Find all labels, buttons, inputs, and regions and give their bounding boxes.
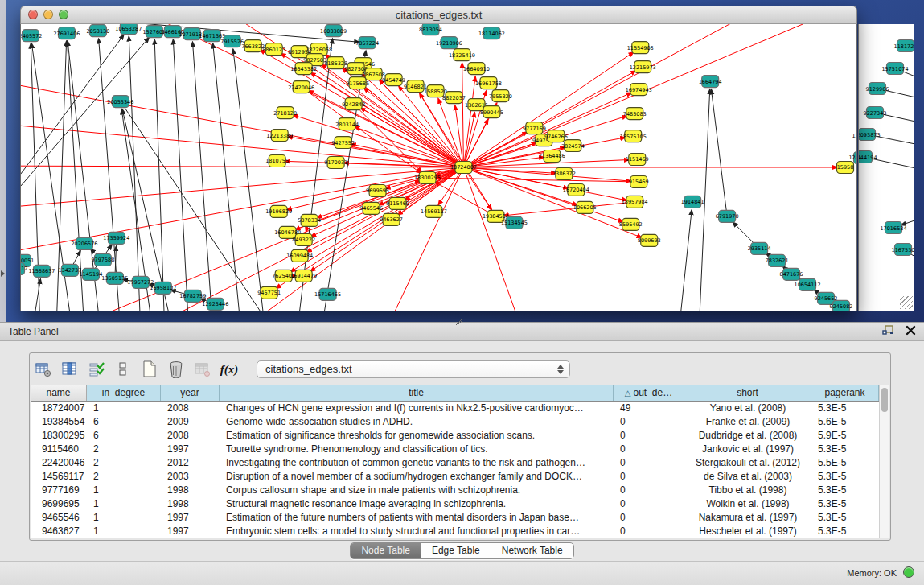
graph-node[interactable]: 2718120 <box>273 107 297 119</box>
table-cell[interactable]: 0 <box>614 415 684 429</box>
table-cell[interactable]: 0 <box>614 456 684 470</box>
float-panel-icon[interactable] <box>882 325 894 336</box>
table-cell[interactable]: Franke et al. (2009) <box>684 415 811 429</box>
graph-node[interactable]: 9463627 <box>380 213 403 225</box>
window-resize-grip-icon[interactable] <box>900 296 913 309</box>
table-cell[interactable]: 0 <box>614 525 684 538</box>
network-canvas-back[interactable]: 2405572276914062053130106532871527602946… <box>859 24 914 311</box>
table-cell[interactable]: 18300295 <box>31 429 87 443</box>
table-cell[interactable]: 1998 <box>161 484 220 497</box>
table-cell[interactable]: 1 <box>87 402 161 415</box>
table-cell[interactable]: 5.3E-5 <box>811 497 879 511</box>
select-rows-check-icon[interactable] <box>88 360 105 378</box>
graph-node[interactable]: 8860123 <box>262 43 285 56</box>
table-row[interactable]: 1872400712008Changes of HCN gene express… <box>31 402 889 415</box>
scrollbar-thumb[interactable] <box>881 388 888 412</box>
column-header-title[interactable]: title <box>220 385 614 401</box>
table-cell[interactable]: Dudbridge et al. (2008) <box>684 429 811 443</box>
minimize-window-icon[interactable] <box>43 10 53 19</box>
graph-node[interactable]: 9797588 <box>91 253 114 266</box>
table-cell[interactable]: 5.3E-5 <box>811 525 879 538</box>
table-cell[interactable]: 9465546 <box>31 511 87 525</box>
graph-node[interactable]: 7857224 <box>355 37 379 49</box>
table-cell[interactable]: 1 <box>87 511 161 525</box>
table-cell[interactable]: 1998 <box>161 497 220 511</box>
table-cell[interactable]: 1 <box>87 525 161 538</box>
table-cell[interactable]: de Silva et al. (2003) <box>684 470 811 484</box>
table-cell[interactable]: Genome-wide association studies in ADHD. <box>220 415 614 429</box>
graph-node[interactable]: 9227343 <box>864 107 887 119</box>
graph-node[interactable]: 8990445 <box>480 106 503 118</box>
table-cell[interactable]: Hescheler et al. (1997) <box>684 525 811 538</box>
column-header-year[interactable]: year <box>161 385 220 401</box>
graph-node[interactable]: 8595492 <box>619 218 643 230</box>
table-cell[interactable]: Estimation of significance thresholds fo… <box>220 429 614 443</box>
graph-node[interactable]: 7386372 <box>552 168 576 180</box>
memory-status-icon[interactable] <box>903 566 914 578</box>
graph-node[interactable]: 9746266 <box>544 130 568 142</box>
table-cell[interactable]: 5.9E-5 <box>811 429 879 443</box>
table-cell[interactable]: 9699695 <box>31 497 87 511</box>
table-scrollbar[interactable] <box>879 385 889 538</box>
table-cell[interactable]: 5.3E-5 <box>811 402 879 415</box>
delete-table-trash-icon[interactable] <box>167 360 185 378</box>
table-cell[interactable]: 9463627 <box>31 525 87 538</box>
table-cell[interactable]: 9115460 <box>31 443 87 456</box>
graph-node[interactable]: 1181726 <box>894 40 914 52</box>
graph-node[interactable]: 8471676 <box>780 268 803 280</box>
graph-node[interactable]: 2935114 <box>748 242 771 254</box>
table-cell[interactable]: 5.3E-5 <box>811 511 879 525</box>
table-cell[interactable]: Estimation of the future numbers of pati… <box>220 511 614 525</box>
table-cell[interactable]: 14569117 <box>31 470 87 484</box>
graph-node[interactable]: 9457751 <box>257 286 281 299</box>
table-cell[interactable]: 0 <box>614 511 684 525</box>
table-cell[interactable]: 5.3E-5 <box>811 484 879 497</box>
graph-node[interactable]: 1145194 <box>79 268 102 280</box>
graph-node[interactable]: 6791970 <box>716 210 739 222</box>
graph-node[interactable]: 8454749 <box>382 74 405 86</box>
graph-node[interactable]: 7955320 <box>489 90 512 102</box>
column-header-short[interactable]: short <box>684 385 811 401</box>
graph-node[interactable]: 7915526 <box>220 35 244 47</box>
table-cell[interactable]: 49 <box>614 402 684 415</box>
table-cell[interactable]: 2003 <box>161 470 220 484</box>
table-row[interactable]: 1830029562008Estimation of significance … <box>31 429 889 443</box>
table-row[interactable]: 911546021997Tourette syndrome. Phenomeno… <box>31 443 889 456</box>
graph-node[interactable]: 1167530 <box>892 244 914 256</box>
table-cell[interactable]: 6 <box>87 415 161 429</box>
table-cell[interactable]: 1 <box>87 497 161 511</box>
graph-node[interactable]: 7663822 <box>241 40 265 52</box>
table-cell[interactable]: Yano et al. (2008) <box>684 402 811 415</box>
table-cell[interactable]: 2009 <box>161 415 220 429</box>
graph-node[interactable]: 9129966 <box>866 83 889 95</box>
network-view-window[interactable]: citations_edges.txt 24055722769140620531… <box>20 6 857 311</box>
table-cell[interactable]: 9777169 <box>31 484 87 497</box>
column-header-pagerank[interactable]: pagerank <box>811 385 879 401</box>
graph-node[interactable]: 9699695 <box>366 184 389 196</box>
new-table-icon[interactable] <box>141 360 158 378</box>
tab-edge-table[interactable]: Edge Table <box>421 543 491 558</box>
table-row[interactable]: 946554611997Estimation of the future num… <box>31 511 889 525</box>
table-cell[interactable]: 0 <box>614 429 684 443</box>
close-panel-icon[interactable] <box>906 325 916 336</box>
graph-node[interactable]: 8822037 <box>442 92 466 104</box>
graph-node[interactable]: 8813054 <box>419 24 442 35</box>
select-column-icon[interactable] <box>61 360 79 378</box>
table-cell[interactable]: 2 <box>87 470 161 484</box>
graph-node[interactable]: 9170031 <box>324 157 347 169</box>
graph-node[interactable]: 2053130 <box>86 25 109 37</box>
graph-node[interactable]: 2803144 <box>335 118 359 130</box>
table-cell[interactable]: 0 <box>614 470 684 484</box>
table-cell[interactable]: 0 <box>614 443 684 456</box>
table-cell[interactable]: Tibbo et al. (1998) <box>684 484 811 497</box>
graph-node[interactable]: 9242848 <box>342 98 365 110</box>
graph-node[interactable]: 915469 <box>629 175 649 187</box>
table-row[interactable]: 977716911998Corpus callosum shape and si… <box>31 484 889 497</box>
table-cell[interactable]: Changes of HCN gene expression and I(f) … <box>220 402 614 415</box>
table-row[interactable]: 946362711997Embryonic stem cells: a mode… <box>31 525 889 538</box>
graph-node[interactable]: 7485083 <box>623 108 647 120</box>
table-cell[interactable]: 2012 <box>161 456 220 470</box>
graph-node[interactable]: 1914841 <box>681 196 704 208</box>
graph-node[interactable]: 1066205 <box>573 201 597 213</box>
table-cell[interactable]: Jankovic et al. (1997) <box>684 443 811 456</box>
